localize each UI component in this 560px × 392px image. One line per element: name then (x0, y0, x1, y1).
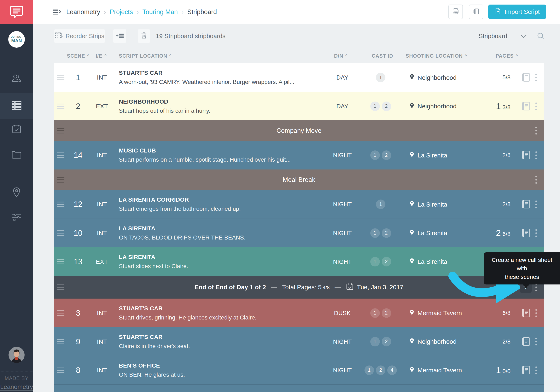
drag-handle[interactable] (57, 152, 65, 158)
scene-row-12[interactable]: 12INTLA SIRENITA CORRIDORStuart emerges … (54, 190, 544, 219)
app-logo[interactable] (0, 0, 33, 24)
breadcrumb-touring-man[interactable]: Touring Man (142, 8, 178, 16)
column-header-scene[interactable]: SCENE^ (67, 53, 90, 59)
scene-row-13[interactable]: 13EXTLA SIRENITAStuart slides next to Cl… (54, 247, 544, 276)
scene-row-10[interactable]: 10INTLA SIRENITAON TACOS. BLOOD DRIPS OV… (54, 219, 544, 247)
column-label: SCRIPT LOCATION (119, 53, 167, 59)
project-avatar[interactable]: TOURING ✈ MAN (8, 31, 25, 48)
end-of-day-row[interactable]: End of End of Day 1 of 2—Total Pages: 54… (54, 276, 544, 299)
search-icon[interactable] (537, 32, 545, 40)
column-header-script[interactable]: SCRIPT LOCATION^ (119, 53, 172, 59)
cast-badge: 1 (370, 257, 380, 266)
drag-handle[interactable] (57, 310, 65, 316)
add-strip-button[interactable] (113, 30, 126, 43)
row-menu-kebab-icon[interactable] (535, 366, 537, 374)
scene-number: 9 (68, 337, 89, 346)
scene-row-3[interactable]: 3INTSTUART'S CARStuart drives, grinning.… (54, 299, 544, 327)
sidebar-toggle-icon[interactable] (52, 8, 61, 17)
breadcrumb: Leanometry › Projects › Touring Man › St… (66, 0, 217, 24)
drag-handle[interactable] (57, 368, 65, 373)
cast-badge: 2 (382, 101, 391, 111)
scene-row-14[interactable]: 14INTMUSIC CLUBStuart performs on a humb… (54, 141, 544, 170)
drag-handle[interactable] (57, 75, 65, 80)
map-pin-icon (409, 366, 415, 374)
table-header-row: SCENE^I/E^SCRIPT LOCATION^D/N^CAST IDSHO… (54, 49, 544, 63)
shooting-location-cell: La Sirenita (409, 151, 447, 159)
sidebar-item-schedule[interactable] (0, 116, 33, 142)
reports-button[interactable] (469, 5, 483, 19)
reorder-strips-button[interactable]: Reorder Strips (54, 30, 105, 43)
scene-row-2[interactable]: 2EXTNEIGHBORHOODStuart hops out of his c… (54, 92, 544, 120)
row-menu-kebab-icon[interactable] (535, 338, 537, 345)
print-button[interactable] (448, 5, 463, 19)
row-menu-kebab-icon[interactable] (535, 229, 537, 237)
import-script-button[interactable]: Import Script (488, 5, 546, 19)
cast-id-cell: 124 (354, 365, 407, 375)
call-sheet-tooltip: Create a new call sheet with these scene… (484, 252, 560, 284)
breadcrumb-app: Leanometry (66, 8, 100, 16)
script-page-icon[interactable] (521, 228, 530, 238)
row-menu-kebab-icon[interactable] (535, 283, 537, 291)
script-location-cell: LA SIRENITAStuart slides next to Claire. (119, 254, 326, 270)
breadcrumb-projects[interactable]: Projects (110, 8, 133, 16)
pages-fraction: 2/8 (502, 338, 510, 345)
script-page-icon[interactable] (521, 365, 530, 375)
banner-row[interactable]: Company Move (54, 120, 544, 141)
script-page-icon[interactable] (521, 199, 530, 210)
sidebar-item-cast[interactable] (0, 66, 33, 91)
import-script-label: Import Script (504, 8, 540, 15)
sidebar-item-stripboard[interactable] (0, 93, 33, 119)
row-menu-kebab-icon[interactable] (535, 127, 537, 134)
partial-row[interactable] (54, 384, 544, 392)
row-menu-kebab-icon[interactable] (535, 151, 537, 159)
row-menu-kebab-icon[interactable] (535, 102, 537, 110)
column-header-pages[interactable]: PAGES^ (496, 53, 518, 59)
drag-handle[interactable] (57, 339, 65, 344)
column-label: I/E (96, 53, 102, 59)
row-menu-kebab-icon[interactable] (535, 309, 537, 317)
banner-row[interactable]: Meal Break (54, 170, 544, 190)
cast-id-cell: 12 (354, 228, 407, 238)
int-ext-flag: INT (91, 201, 112, 208)
strip-count: 19 Stripboard stripboards (156, 30, 226, 43)
stripboard-selector[interactable]: Stripboard (479, 30, 545, 43)
row-menu-kebab-icon[interactable] (535, 201, 537, 208)
scene-row-9[interactable]: 9INTSTUART'S CARClaire is in the driver'… (54, 327, 544, 356)
shooting-location-cell: La Sirenita (409, 229, 447, 237)
column-header-cast[interactable]: CAST ID (372, 53, 393, 59)
delete-strip-button[interactable] (138, 30, 150, 43)
app-window: TOURING ✈ MAN MADE BY Leanometry (0, 0, 560, 392)
day-night-flag: NIGHT (328, 338, 357, 345)
reorder-icon (55, 32, 63, 40)
script-page-icon[interactable] (521, 72, 530, 83)
sidebar-item-locations[interactable] (0, 180, 33, 206)
drag-handle[interactable] (57, 259, 65, 264)
trash-icon (141, 32, 147, 40)
leanometry-link[interactable]: Leanometry (0, 383, 33, 391)
user-avatar[interactable] (9, 347, 25, 363)
pages-cell: 2/8 (468, 201, 510, 208)
cast-badge: 1 (376, 73, 385, 82)
scene-row-8[interactable]: 8INTBEN'S OFFICEON BEN: He glares at us.… (54, 356, 544, 384)
column-header-dn[interactable]: D/N^ (334, 53, 348, 59)
script-page-icon[interactable] (521, 308, 530, 318)
drag-handle[interactable] (57, 104, 65, 109)
column-header-shooting[interactable]: SHOOTING LOCATION^ (406, 53, 467, 59)
row-menu-kebab-icon[interactable] (535, 74, 537, 81)
row-menu-kebab-icon[interactable] (535, 176, 537, 184)
drag-handle[interactable] (57, 230, 65, 236)
script-page-icon[interactable] (521, 150, 530, 160)
column-header-ie[interactable]: I/E^ (96, 53, 107, 59)
script-page-icon[interactable] (521, 101, 530, 111)
script-page-icon[interactable] (521, 336, 530, 347)
drag-handle[interactable] (57, 201, 65, 207)
cast-badge: 1 (376, 200, 385, 209)
sort-caret-icon: ^ (345, 53, 348, 59)
scene-row-1[interactable]: 1INTSTUART'S CARA worn-out, '93 CAMRY. W… (54, 63, 544, 92)
scene-number: 12 (68, 200, 89, 209)
scene-number: 10 (68, 229, 89, 237)
pages-cell: 26/8 (468, 228, 510, 238)
banner-label: Meal Break (54, 176, 544, 184)
script-bubble-icon (9, 4, 24, 20)
sidebar-item-settings[interactable] (0, 205, 33, 231)
